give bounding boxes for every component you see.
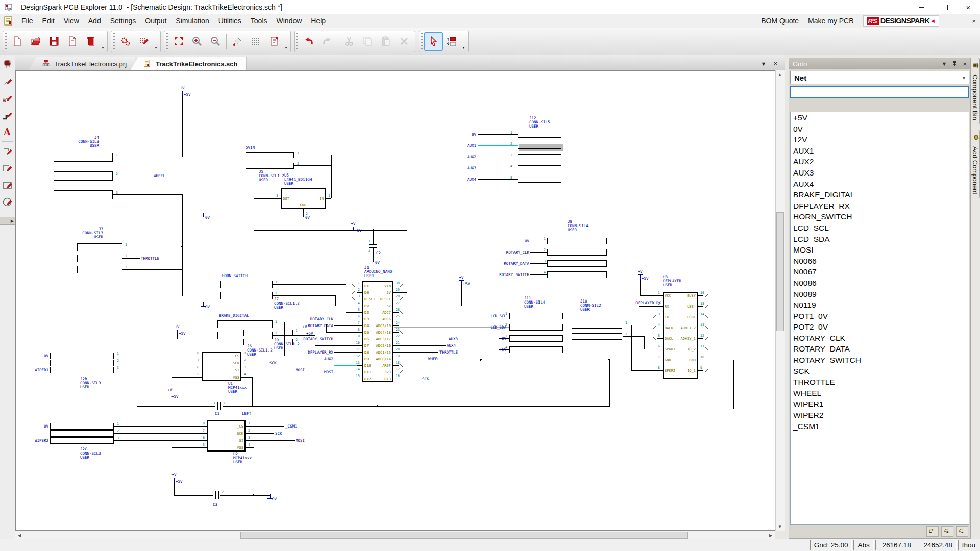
toolbar-drag-handle[interactable] bbox=[166, 33, 168, 49]
goto-schematic-button[interactable] bbox=[926, 526, 939, 537]
net-list-item[interactable]: AUX2 bbox=[791, 156, 969, 167]
menu-utilities[interactable]: Utilities bbox=[214, 14, 246, 28]
vertical-scrollbar[interactable]: ▲ ▼ bbox=[775, 70, 785, 531]
connector-pin-J11[interactable] bbox=[509, 324, 562, 330]
cut-button[interactable] bbox=[340, 32, 358, 51]
net-list-item[interactable]: LCD_SCL bbox=[791, 222, 969, 234]
menu-help[interactable]: Help bbox=[306, 14, 330, 28]
net-list-item[interactable]: WHEEL bbox=[791, 388, 969, 399]
connector-pin-J11[interactable] bbox=[509, 335, 562, 341]
net-list-item[interactable]: AUX3 bbox=[791, 167, 969, 179]
schematic-wire[interactable] bbox=[112, 194, 182, 296]
net-list-item[interactable]: ROTARY_CLK bbox=[791, 333, 969, 344]
net-list-item[interactable]: THROTTLE bbox=[791, 377, 969, 388]
connector-pin-J10[interactable] bbox=[572, 322, 622, 328]
net-list-item[interactable]: 0V bbox=[791, 123, 969, 135]
tab-list-dropdown[interactable]: ▼ bbox=[761, 61, 767, 67]
net-list-item[interactable]: WIPER2 bbox=[791, 410, 969, 421]
side-tab-add-component[interactable]: Add Component bbox=[971, 130, 980, 198]
copy-button[interactable] bbox=[358, 32, 377, 51]
toolbar-overflow-button[interactable]: ▾ bbox=[153, 44, 159, 51]
goto-pcb-button[interactable] bbox=[941, 526, 953, 537]
net-list-item[interactable]: MOSI bbox=[791, 244, 969, 256]
make-my-pcb-link[interactable]: Make my PCB bbox=[808, 17, 853, 25]
window-close-button[interactable]: × bbox=[957, 0, 980, 14]
connector-pin-J5[interactable] bbox=[246, 152, 293, 158]
net-list-item[interactable]: DFPLAYER_RX bbox=[791, 201, 969, 212]
net-list-item[interactable]: N0089 bbox=[791, 289, 969, 300]
schematic-wire[interactable] bbox=[481, 360, 733, 409]
technology-files-button[interactable] bbox=[116, 32, 135, 51]
add-component-button[interactable] bbox=[1, 57, 15, 72]
panel-menu-icon[interactable]: ▼ bbox=[942, 61, 947, 67]
net-list[interactable]: +5V0V12VAUX1AUX2AUX3AUX4BRAKE_DIGITALDFP… bbox=[790, 112, 969, 525]
net-list-item[interactable]: N0066 bbox=[791, 256, 969, 267]
paste-button[interactable] bbox=[377, 32, 395, 51]
tab-close-button[interactable]: × bbox=[773, 60, 777, 67]
net-list-item[interactable]: ROTARY_DATA bbox=[791, 343, 969, 355]
dot-grid-button[interactable] bbox=[247, 32, 265, 51]
scroll-down-arrow[interactable]: ▼ bbox=[776, 522, 784, 531]
net-list-item[interactable]: WIPER1 bbox=[791, 398, 969, 410]
fit-view-button[interactable] bbox=[169, 32, 188, 51]
net-list-item[interactable]: ROTARY_SWITCH bbox=[791, 355, 969, 366]
reports-button[interactable] bbox=[265, 32, 283, 51]
horizontal-scroll-thumb[interactable] bbox=[240, 532, 688, 539]
toolbar-drag-handle[interactable] bbox=[296, 33, 298, 49]
schematic-wire[interactable] bbox=[245, 447, 254, 495]
menu-tools[interactable]: Tools bbox=[246, 14, 272, 28]
net-list-item[interactable]: N0086 bbox=[791, 278, 969, 289]
grid-settings-button[interactable] bbox=[135, 32, 153, 51]
scroll-left-arrow[interactable]: ◀ bbox=[15, 531, 23, 539]
toolbar-drag-handle[interactable] bbox=[5, 33, 7, 49]
add-shape-open-button[interactable] bbox=[1, 161, 15, 176]
tab-tracktrikeelectronics-sch[interactable]: TrackTrikeElectronics.sch bbox=[130, 57, 246, 70]
connector-pin-J9[interactable] bbox=[217, 320, 272, 328]
connector-pin-J8[interactable] bbox=[547, 260, 606, 266]
fill-color-button[interactable] bbox=[228, 32, 247, 51]
grid-size-cell[interactable]: Grid: 25.00 bbox=[810, 540, 852, 550]
connector-pin-J6[interactable] bbox=[243, 330, 292, 336]
connector-pin-J2C[interactable] bbox=[50, 423, 113, 429]
undo-button[interactable] bbox=[300, 32, 318, 51]
schematic-wire[interactable] bbox=[272, 284, 363, 312]
pin-icon[interactable] bbox=[952, 61, 958, 67]
connector-pin-J4[interactable] bbox=[54, 171, 112, 180]
add-shape-circle-button[interactable] bbox=[1, 194, 15, 210]
child-restore-button[interactable] bbox=[958, 16, 968, 26]
net-list-item[interactable]: _CSM1 bbox=[791, 421, 969, 432]
zoom-in-button[interactable] bbox=[188, 32, 206, 51]
connector-pin-J2B[interactable] bbox=[50, 360, 113, 366]
toolbar-overflow-button[interactable]: ▾ bbox=[100, 44, 106, 51]
library-button[interactable] bbox=[82, 32, 100, 51]
menu-output[interactable]: Output bbox=[140, 14, 171, 28]
net-list-item[interactable]: SCK bbox=[791, 366, 969, 377]
menu-file[interactable]: File bbox=[17, 14, 38, 28]
window-minimize-button[interactable] bbox=[910, 0, 933, 14]
connector-pin-J9[interactable] bbox=[217, 332, 272, 339]
toolbar-overflow-button[interactable]: ▾ bbox=[461, 44, 467, 51]
delete-button[interactable] bbox=[395, 32, 413, 51]
coordinate-mode-cell[interactable]: Abs bbox=[853, 540, 873, 550]
side-tab-component-bin[interactable]: Component Bin bbox=[971, 58, 980, 124]
net-list-item[interactable]: +5V bbox=[791, 112, 969, 123]
add-shape-polygon-button[interactable] bbox=[1, 144, 15, 159]
child-minimize-button[interactable] bbox=[946, 16, 957, 26]
menu-edit[interactable]: Edit bbox=[38, 14, 59, 28]
net-list-item[interactable]: BRAKE_DIGITAL bbox=[791, 189, 969, 201]
connector-pin-J5[interactable] bbox=[246, 163, 293, 168]
toolbar-overflow-button[interactable]: ▾ bbox=[283, 44, 289, 51]
connector-pin-J11[interactable] bbox=[509, 346, 562, 353]
child-close-button[interactable]: × bbox=[969, 16, 979, 26]
goto-search-input[interactable] bbox=[791, 87, 968, 97]
connector-pin-J12[interactable] bbox=[518, 154, 561, 160]
save-button[interactable] bbox=[45, 32, 63, 51]
net-list-item[interactable]: POT1_0V bbox=[791, 311, 969, 322]
connector-pin-J4[interactable] bbox=[54, 190, 112, 199]
add-shape-rect-button[interactable] bbox=[1, 178, 15, 193]
redo-button[interactable] bbox=[318, 32, 336, 51]
scroll-up-arrow[interactable]: ▲ bbox=[776, 70, 784, 79]
schematic-wire[interactable] bbox=[112, 94, 182, 157]
net-list-item[interactable]: HORN_SWITCH bbox=[791, 211, 969, 222]
schematic-wire[interactable] bbox=[223, 360, 609, 406]
